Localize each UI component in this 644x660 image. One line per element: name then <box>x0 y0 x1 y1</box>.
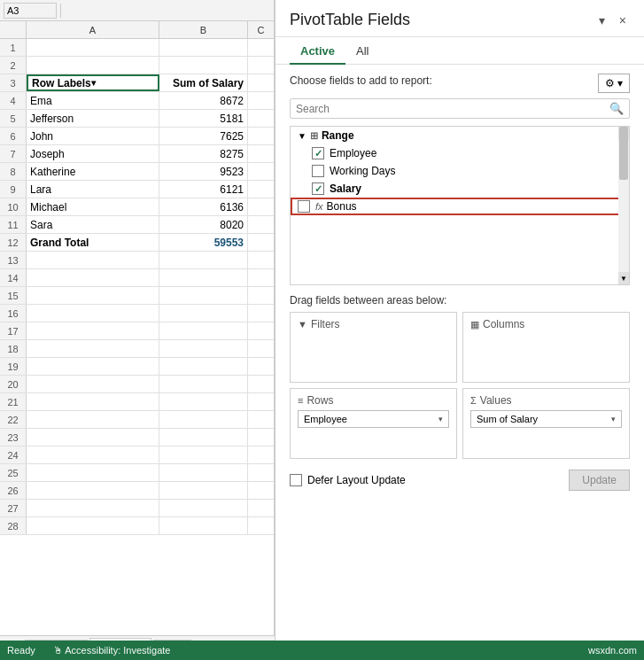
col-c-header[interactable]: C <box>248 21 275 38</box>
cell-b[interactable]: 9523 <box>159 163 248 180</box>
cell-c[interactable] <box>248 322 275 339</box>
cell-a[interactable] <box>27 305 159 322</box>
cell-a[interactable] <box>27 57 159 74</box>
table-row[interactable]: 3Row Labels ▾Sum of Salary <box>0 74 274 92</box>
cell-c[interactable] <box>248 92 275 109</box>
cell-c[interactable] <box>248 482 275 499</box>
cell-b[interactable] <box>159 500 248 516</box>
table-row[interactable]: 27 <box>0 500 274 517</box>
cell-c[interactable] <box>248 198 275 215</box>
table-row[interactable]: 7Joseph8275 <box>0 145 274 163</box>
cell-a[interactable]: Grand Total <box>27 234 159 251</box>
cell-a[interactable] <box>27 322 159 339</box>
scrollbar-thumb[interactable] <box>619 127 628 180</box>
cell-c[interactable] <box>248 305 275 322</box>
table-row[interactable]: 11Sara8020 <box>0 216 274 234</box>
cell-a[interactable] <box>27 287 159 304</box>
cell-a[interactable] <box>27 500 159 516</box>
cell-a[interactable] <box>27 464 159 481</box>
table-row[interactable]: 4Ema8672 <box>0 92 274 110</box>
cell-a[interactable] <box>27 482 159 499</box>
table-row[interactable]: 26 <box>0 482 274 500</box>
table-row[interactable]: 18 <box>0 340 274 358</box>
cell-b[interactable]: 8275 <box>159 145 248 162</box>
cell-c[interactable] <box>248 181 275 198</box>
salary-checkbox[interactable]: ✓ <box>312 182 324 195</box>
cell-c[interactable] <box>248 429 275 446</box>
cell-c[interactable] <box>248 411 275 428</box>
cell-a[interactable] <box>27 376 159 392</box>
cell-a[interactable] <box>27 411 159 428</box>
cell-c[interactable] <box>248 110 275 127</box>
sum-salary-dropdown[interactable]: Sum of Salary ▾ <box>470 410 622 428</box>
cell-a[interactable]: Row Labels ▾ <box>27 74 159 91</box>
table-row[interactable]: 24 <box>0 446 274 464</box>
table-row[interactable]: 17 <box>0 322 274 340</box>
cell-a[interactable]: Joseph <box>27 145 159 162</box>
cell-c[interactable] <box>248 340 275 357</box>
pivot-dropdown-button[interactable]: ▾ <box>595 12 609 29</box>
col-a-header[interactable]: A <box>27 21 159 38</box>
cell-a[interactable] <box>27 517 159 534</box>
cell-b[interactable] <box>159 322 248 339</box>
cell-b[interactable]: 5181 <box>159 110 248 127</box>
cell-a[interactable] <box>27 358 159 375</box>
cell-b[interactable] <box>159 393 248 410</box>
expand-icon[interactable]: ▼ <box>298 131 306 141</box>
cell-b[interactable] <box>159 376 248 392</box>
cell-b[interactable] <box>159 269 248 286</box>
table-row[interactable]: 2 <box>0 57 274 74</box>
cell-b[interactable]: 59553 <box>159 234 248 251</box>
cell-c[interactable] <box>248 57 275 74</box>
table-row[interactable]: 21 <box>0 393 274 411</box>
cell-b[interactable] <box>159 305 248 322</box>
cell-c[interactable] <box>248 252 275 268</box>
search-input[interactable] <box>296 103 609 115</box>
cell-b[interactable] <box>159 287 248 304</box>
employee-checkbox[interactable]: ✓ <box>312 147 324 159</box>
cell-c[interactable] <box>248 446 275 463</box>
pivot-close-button[interactable]: × <box>616 12 630 29</box>
cell-b[interactable] <box>159 57 248 74</box>
cell-b[interactable] <box>159 39 248 56</box>
cell-b[interactable] <box>159 517 248 534</box>
employee-dropdown[interactable]: Employee ▾ <box>298 410 449 428</box>
defer-checkbox[interactable] <box>290 474 302 486</box>
table-row[interactable]: 25 <box>0 464 274 482</box>
table-row[interactable]: 13 <box>0 252 274 269</box>
bonus-checkbox[interactable] <box>298 200 310 213</box>
cell-c[interactable] <box>248 464 275 481</box>
cell-c[interactable] <box>248 145 275 162</box>
cell-c[interactable] <box>248 393 275 410</box>
cell-a[interactable]: Sara <box>27 216 159 233</box>
cell-b[interactable]: Sum of Salary <box>159 74 248 91</box>
cell-a[interactable] <box>27 393 159 410</box>
update-button[interactable]: Update <box>569 470 630 491</box>
settings-button[interactable]: ⚙ ▾ <box>598 74 630 93</box>
cell-c[interactable] <box>248 358 275 375</box>
table-row[interactable]: 14 <box>0 269 274 287</box>
scrollbar-down-arrow[interactable]: ▼ <box>618 272 629 284</box>
table-row[interactable]: 22 <box>0 411 274 429</box>
name-box[interactable]: A3 <box>4 3 57 19</box>
cell-c[interactable] <box>248 234 275 251</box>
table-row[interactable]: 20 <box>0 376 274 393</box>
cell-a[interactable] <box>27 429 159 446</box>
cell-c[interactable] <box>248 500 275 516</box>
cell-a[interactable]: Katherine <box>27 163 159 180</box>
cell-a[interactable]: Ema <box>27 92 159 109</box>
cell-a[interactable]: Michael <box>27 198 159 215</box>
cell-c[interactable] <box>248 216 275 233</box>
cell-a[interactable]: John <box>27 128 159 144</box>
cell-b[interactable] <box>159 482 248 499</box>
table-row[interactable]: 19 <box>0 358 274 376</box>
cell-b[interactable]: 8672 <box>159 92 248 109</box>
cell-b[interactable] <box>159 252 248 268</box>
table-row[interactable]: 6John7625 <box>0 128 274 145</box>
cell-b[interactable] <box>159 464 248 481</box>
table-row[interactable]: 8Katherine9523 <box>0 163 274 181</box>
cell-c[interactable] <box>248 287 275 304</box>
working-days-checkbox[interactable] <box>312 165 324 177</box>
tab-all[interactable]: All <box>345 37 379 65</box>
cell-c[interactable] <box>248 74 275 91</box>
